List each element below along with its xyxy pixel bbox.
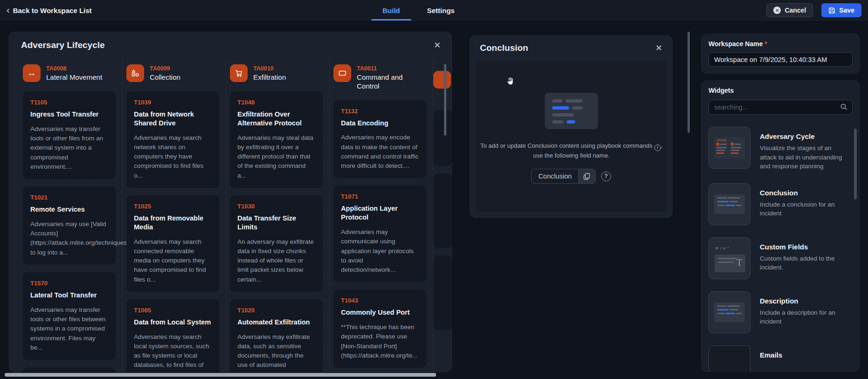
technique-id: T1048	[237, 99, 315, 106]
technique-desc: Adversaries may transfer tools or other …	[30, 305, 108, 352]
technique-title: Automated Exfiltration	[237, 318, 315, 327]
technique-card[interactable]: T1025 Data from Removable Media Adversar…	[126, 195, 219, 292]
conclusion-dropzone[interactable]: To add or update Conclusion content usin…	[475, 60, 667, 213]
tab-build[interactable]: Build	[382, 0, 400, 21]
technique-card[interactable]: T1005 Data from Local System Adversaries…	[126, 299, 219, 372]
search-icon	[840, 103, 848, 111]
technique-desc: Adversaries may exfiltrate data, such as…	[237, 332, 315, 372]
workspace-name-label: Workspace Name *	[708, 40, 853, 48]
widget-search-input[interactable]	[708, 100, 853, 115]
empty-state-illustration	[545, 93, 598, 129]
chevron-left-icon: ‹	[7, 5, 10, 14]
lifecycle-scrollbar[interactable]	[444, 64, 446, 136]
conclusion-title: Conclusion	[480, 43, 528, 53]
widget-desc: Visualize the stages of an attack to aid…	[760, 144, 846, 171]
workspace-name-input[interactable]	[708, 52, 853, 67]
technique-id: T1030	[237, 203, 315, 210]
technique-card[interactable]: T1563 Remote Service Session	[23, 367, 116, 372]
tactic-columns: ↔ TA0008 Lateral Movement T1105 Ingress …	[9, 53, 452, 372]
technique-card[interactable]: T1039 Data from Network Shared Drive Adv…	[126, 91, 219, 188]
technique-title: Exfiltration Over Alternative Protocol	[237, 110, 315, 128]
hand-cursor-icon	[505, 76, 515, 86]
top-bar: ‹ Back to Workspace List Build Settings …	[0, 0, 868, 21]
back-link-label: Back to Workspace List	[13, 7, 92, 14]
description-thumbnail	[708, 291, 750, 333]
widget-title: Adversary Cycle	[760, 132, 846, 140]
tactic-id: TA0011	[357, 65, 408, 72]
field-name-value: Conclusion	[532, 169, 578, 183]
hint-prefix: To add or update Conclusion content usin…	[480, 142, 653, 149]
adversary-cycle-thumbnail: ATTACK	[708, 127, 750, 169]
emails-thumbnail	[708, 345, 750, 372]
technique-id: T1020	[237, 307, 315, 314]
info-icon: i	[654, 145, 661, 151]
tab-build-label: Build	[382, 7, 400, 14]
help-icon[interactable]: ?	[601, 172, 611, 181]
tactic-column-collection: TA0009 Collection T1039 Data from Networ…	[123, 58, 226, 372]
copy-button[interactable]	[578, 169, 595, 183]
widget-desc: Include a description for an incident	[760, 308, 846, 326]
canvas-vertical-scrollbar[interactable]	[687, 32, 690, 133]
tactic-name: Command and Control	[357, 73, 408, 91]
widget-title: Description	[760, 297, 846, 305]
tactic-name: Exfiltration	[253, 73, 286, 82]
technique-desc: Adversaries may encode data to make the …	[341, 133, 419, 171]
technique-card[interactable]: T1071 Application Layer Protocol Adversa…	[333, 186, 426, 282]
technique-card[interactable]: T1105 Ingress Tool Transfer Adversaries …	[23, 91, 116, 179]
technique-title: Data Encoding	[341, 119, 419, 128]
collection-shapes-icon	[126, 64, 144, 82]
tactic-column-partial	[433, 58, 452, 372]
custom-fields-thumbnail: B / U " T	[708, 237, 750, 279]
tactic-name: Collection	[150, 73, 181, 82]
technique-desc: Adversaries may search network shares on…	[134, 133, 212, 180]
widget-title: Conclusion	[760, 189, 846, 197]
workspace-name-label-text: Workspace Name	[708, 40, 763, 48]
conclusion-panel: Conclusion ✕ To add or update Conclusion…	[470, 35, 673, 218]
technique-card[interactable]: T1020 Automated Exfiltration Adversaries…	[230, 299, 323, 372]
technique-card[interactable]: T1030 Data Transfer Size Limits An adver…	[230, 195, 323, 292]
technique-desc: An adversary may exfiltrate data in fixe…	[237, 237, 315, 284]
save-floppy-icon	[828, 7, 835, 14]
tab-settings[interactable]: Settings	[427, 0, 455, 21]
technique-id: T1021	[30, 194, 108, 201]
conclusion-hint-text: To add or update Conclusion content usin…	[475, 141, 667, 160]
widget-item-emails[interactable]: Emails	[708, 345, 853, 372]
technique-card[interactable]: T1048 Exfiltration Over Alternative Prot…	[230, 91, 323, 188]
technique-desc: Adversaries may steal data by exfiltrati…	[237, 133, 315, 180]
back-to-workspace-list-link[interactable]: ‹ Back to Workspace List	[7, 0, 92, 21]
technique-id: T1105	[30, 99, 108, 106]
canvas-horizontal-scrollbar[interactable]	[5, 373, 436, 377]
technique-desc: Adversaries may communicate using applic…	[341, 227, 419, 275]
thumbnail-format-glyphs: B / U "	[715, 246, 729, 250]
technique-title: Data Transfer Size Limits	[237, 214, 315, 232]
adversary-lifecycle-title: Adversary Lifecycle	[21, 40, 105, 50]
technique-desc: **This technique has been deprecated. Pl…	[341, 323, 419, 360]
close-icon[interactable]: ✕	[655, 44, 662, 52]
widget-item-conclusion[interactable]: Conclusion Include a conclusion for an i…	[708, 183, 853, 225]
widget-item-description[interactable]: Description Include a description for an…	[708, 291, 853, 333]
tactic-column-command-and-control: TA0011 Command and Control T1132 Data En…	[330, 58, 433, 372]
technique-card[interactable]: T1021 Remote Services Adversaries may us…	[23, 186, 116, 265]
adversary-lifecycle-panel: Adversary Lifecycle ✕ ↔ TA0008 Lateral M…	[9, 32, 452, 372]
technique-title: Application Layer Protocol	[341, 204, 419, 222]
save-button[interactable]: Save	[821, 3, 861, 17]
technique-card[interactable]: T1043 Commonly Used Port **This techniqu…	[333, 289, 426, 368]
technique-card[interactable]: T1132 Data Encoding Adversaries may enco…	[333, 100, 426, 179]
widgets-card: Widgets ATTACK	[701, 80, 860, 372]
technique-id: T1071	[341, 193, 419, 200]
tactic-id: TA0009	[150, 65, 181, 72]
technique-card-partial	[433, 173, 452, 248]
field-name-chip: Conclusion	[531, 169, 596, 184]
cancel-button[interactable]: ✕ Cancel	[766, 3, 813, 17]
technique-card-partial	[433, 255, 452, 330]
widget-item-adversary-cycle[interactable]: ATTACK Adversary Cycle Visualiz	[708, 127, 853, 171]
widgets-scrollbar[interactable]	[854, 129, 857, 200]
close-icon[interactable]: ✕	[434, 41, 441, 49]
widget-desc: Custom fields added to the incident.	[760, 254, 846, 272]
technique-title: Remote Services	[30, 205, 108, 214]
technique-id: T1025	[134, 203, 212, 210]
widget-item-custom-fields[interactable]: B / U " T Custom Fields Custom fields ad…	[708, 237, 853, 279]
widgets-heading: Widgets	[708, 87, 853, 94]
technique-title: Ingress Tool Transfer	[30, 110, 108, 119]
technique-card[interactable]: T1570 Lateral Tool Transfer Adversaries …	[23, 272, 116, 360]
